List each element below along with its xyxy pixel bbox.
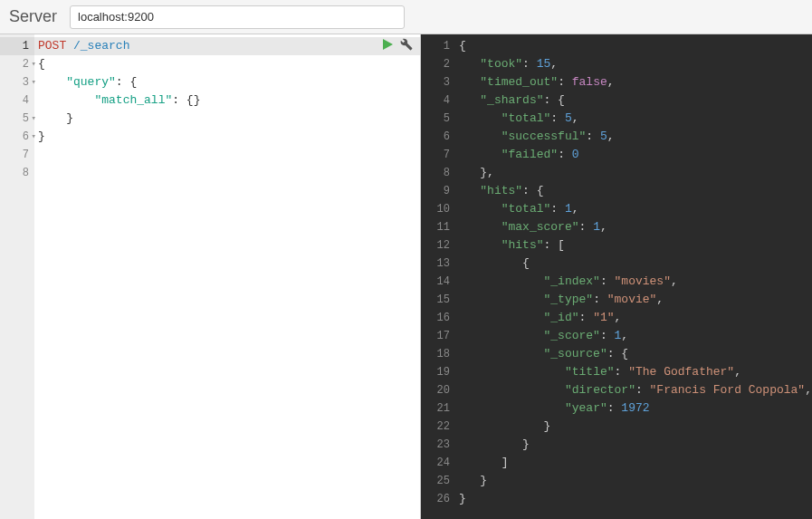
line-number: 5▾ — [0, 110, 34, 128]
line-number: 3 — [421, 73, 455, 91]
line-number: 8 — [421, 164, 455, 182]
code-line: { — [455, 255, 812, 273]
header-bar: Server — [0, 0, 812, 34]
line-number: 7 — [0, 146, 34, 164]
line-number: 6 — [421, 128, 455, 146]
code-line: "max_score": 1, — [455, 218, 812, 236]
code-line: } — [455, 472, 812, 490]
wrench-icon[interactable] — [400, 38, 413, 51]
code-line: } — [34, 128, 420, 146]
line-number: 15 — [421, 291, 455, 309]
line-number: 1 — [421, 37, 455, 55]
request-editor[interactable]: POST /_search{ "query": { "match_all": {… — [34, 34, 420, 519]
line-number: 14 — [421, 273, 455, 291]
run-icon[interactable] — [382, 39, 393, 50]
code-line: POST /_search — [34, 37, 420, 55]
code-line: { — [455, 37, 812, 55]
line-number: 22 — [421, 418, 455, 436]
line-number: 4 — [0, 91, 34, 110]
code-line: { — [34, 55, 420, 73]
line-number: 13 — [421, 255, 455, 273]
code-line — [34, 146, 420, 164]
line-number: 18 — [421, 345, 455, 363]
request-actions — [382, 38, 413, 51]
line-number: 12 — [421, 236, 455, 255]
code-line: "total": 1, — [455, 200, 812, 218]
code-line: "year": 1972 — [455, 399, 812, 418]
code-line: "successful": 5, — [455, 128, 812, 146]
code-line: "took": 15, — [455, 55, 812, 73]
code-line: "match_all": {} — [34, 91, 420, 110]
line-number: 24 — [421, 454, 455, 472]
code-line: "_shards": { — [455, 91, 812, 110]
line-number: 5 — [421, 110, 455, 128]
code-line: "_index": "movies", — [455, 273, 812, 291]
code-line: } — [455, 436, 812, 454]
line-number: 7 — [421, 146, 455, 164]
line-number: 9 — [421, 182, 455, 200]
code-line: "total": 5, — [455, 110, 812, 128]
code-line: ] — [455, 454, 812, 472]
line-number: 6▾ — [0, 128, 34, 146]
code-line: "_source": { — [455, 345, 812, 363]
line-number: 17 — [421, 327, 455, 345]
line-number: 16 — [421, 309, 455, 327]
request-panel: 12▾3▾45▾6▾78 POST /_search{ "query": { "… — [0, 34, 421, 519]
line-number: 25 — [421, 472, 455, 490]
code-line: "director": "Francis Ford Coppola", — [455, 381, 812, 399]
code-line: "title": "The Godfather", — [455, 363, 812, 381]
server-input[interactable] — [70, 5, 405, 29]
line-number: 26 — [421, 490, 455, 508]
response-gutter: 1234567891011121314151617181920212223242… — [421, 34, 455, 519]
code-line: "query": { — [34, 73, 420, 91]
svg-marker-0 — [383, 39, 393, 50]
main-panels: 12▾3▾45▾6▾78 POST /_search{ "query": { "… — [0, 34, 812, 519]
code-line: "failed": 0 — [455, 146, 812, 164]
line-number: 21 — [421, 399, 455, 418]
code-line: "_score": 1, — [455, 327, 812, 345]
line-number: 8 — [0, 164, 34, 182]
response-panel: 1234567891011121314151617181920212223242… — [421, 34, 812, 519]
line-number: 3▾ — [0, 73, 34, 91]
line-number: 23 — [421, 436, 455, 454]
line-number: 2▾ — [0, 55, 34, 73]
line-number: 20 — [421, 381, 455, 399]
line-number: 4 — [421, 91, 455, 110]
code-line: "hits": [ — [455, 236, 812, 255]
code-line — [34, 164, 420, 182]
line-number: 11 — [421, 218, 455, 236]
line-number: 10 — [421, 200, 455, 218]
line-number: 1 — [0, 37, 34, 55]
code-line: } — [455, 418, 812, 436]
request-gutter: 12▾3▾45▾6▾78 — [0, 34, 34, 519]
code-line: }, — [455, 164, 812, 182]
code-line: "hits": { — [455, 182, 812, 200]
code-line: } — [455, 490, 812, 508]
code-line: "_id": "1", — [455, 309, 812, 327]
line-number: 2 — [421, 55, 455, 73]
line-number: 19 — [421, 363, 455, 381]
server-label: Server — [9, 7, 57, 26]
response-viewer[interactable]: { "took": 15, "timed_out": false, "_shar… — [455, 34, 812, 519]
code-line: "timed_out": false, — [455, 73, 812, 91]
code-line: "_type": "movie", — [455, 291, 812, 309]
code-line: } — [34, 110, 420, 128]
